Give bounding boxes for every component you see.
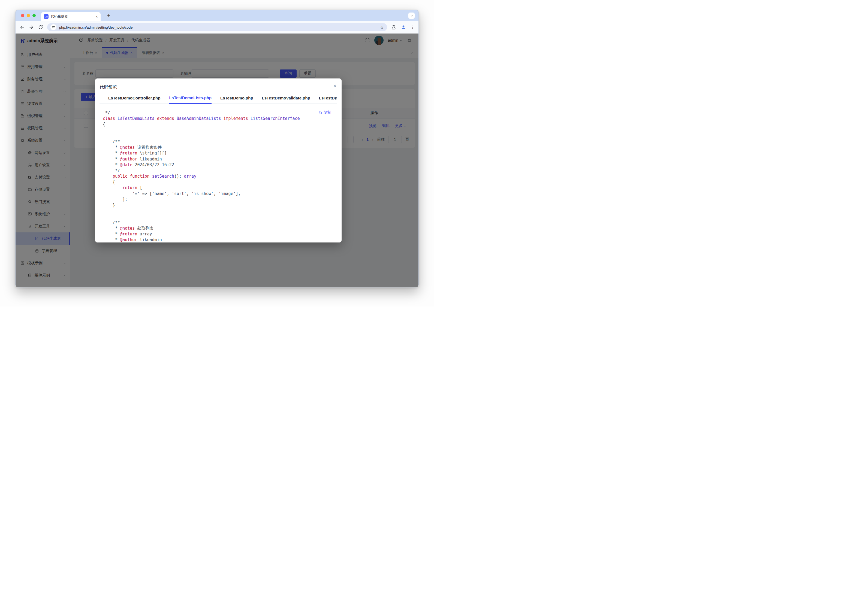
- copy-button[interactable]: 复制: [318, 110, 331, 115]
- code-segment: ],: [236, 191, 241, 196]
- code-segment: \string[][]: [137, 151, 167, 156]
- code-segment: @date: [120, 163, 132, 167]
- code-line: * @author likeadmin: [103, 156, 335, 162]
- code-line: ];: [103, 197, 335, 203]
- code-segment: 'is_show': [191, 191, 214, 196]
- code-line: */: [103, 168, 335, 173]
- browser-tabstrip: LA 代码生成器 × +: [16, 10, 418, 21]
- code-line: * @notes 获取列表: [103, 226, 335, 231]
- tab-close-icon[interactable]: ×: [96, 15, 98, 19]
- favicon: LA: [44, 14, 48, 19]
- code-preview-modal: 代码预览 ✕ LsTestDemoController.phpLsTestDem…: [95, 79, 342, 243]
- copy-icon: [318, 111, 322, 115]
- code-segment: }: [103, 203, 115, 207]
- code-segment: [174, 116, 177, 121]
- minimize-window-button[interactable]: [27, 14, 30, 17]
- code-segment: *: [103, 226, 120, 231]
- code-segment: *: [103, 163, 120, 167]
- code-segment: array: [137, 232, 152, 237]
- screenshot-stage: LA 代码生成器 × + php.li: [0, 0, 434, 306]
- file-tabbar: LsTestDemoController.phpLsTestDemoLists.…: [99, 95, 337, 104]
- code-line: [103, 133, 335, 139]
- code-line: * @return array: [103, 231, 335, 237]
- code-segment: LsTestDemoLists: [118, 116, 154, 121]
- window-controls: [21, 14, 36, 17]
- code-segment: return: [122, 185, 137, 190]
- back-icon[interactable]: [19, 25, 25, 30]
- code-segment: class: [103, 116, 115, 121]
- code-segment: ():: [174, 174, 184, 179]
- code-segment: *: [103, 151, 120, 156]
- tab-search-chevron-icon[interactable]: [408, 12, 415, 19]
- code-segment: @author: [120, 237, 137, 242]
- code-segment: 获取列表: [135, 226, 153, 231]
- code-segment: {: [103, 122, 105, 127]
- code-segment: [103, 191, 132, 196]
- code-line: class LsTestDemoLists extends BaseAdminD…: [103, 116, 335, 122]
- file-tab-4[interactable]: LsTestDemoValidate.php: [262, 96, 310, 104]
- file-tab-1[interactable]: LsTestDemoController.php: [108, 96, 160, 104]
- code-segment: ,: [214, 191, 219, 196]
- code-segment: @return: [120, 151, 137, 156]
- code-segment: /**: [103, 220, 120, 225]
- code-segment: @author: [120, 157, 137, 161]
- new-tab-button[interactable]: +: [107, 12, 110, 19]
- code-block[interactable]: */class LsTestDemoLists extends BaseAdmi…: [95, 106, 342, 243]
- url-text[interactable]: php.likeadmin.cn/admin/setting/dev_tools…: [59, 25, 377, 29]
- code-segment: */: [103, 110, 110, 115]
- code-line: }: [103, 203, 335, 208]
- code-segment: ListsSearchInterface: [251, 116, 300, 121]
- code-segment: BaseAdminDataLists: [177, 116, 221, 121]
- code-segment: [150, 174, 152, 179]
- extension-flask-icon[interactable]: [391, 25, 396, 30]
- code-line: * @date 2024/03/22 16:22: [103, 162, 335, 168]
- code-segment: [155, 116, 157, 121]
- code-line: [103, 214, 335, 220]
- code-segment: @return: [120, 232, 137, 237]
- code-segment: setSearch: [152, 174, 174, 179]
- code-segment: *: [103, 157, 120, 161]
- code-line: public function setSearch(): array: [103, 173, 335, 179]
- browser-menu-icon[interactable]: ⋮: [411, 25, 415, 30]
- browser-tab[interactable]: LA 代码生成器 ×: [41, 12, 101, 21]
- code-line: [103, 127, 335, 133]
- code-segment: implements: [223, 116, 248, 121]
- copy-label: 复制: [324, 110, 331, 115]
- code-segment: extends: [157, 116, 174, 121]
- file-tab-3[interactable]: LsTestDemo.php: [220, 96, 253, 104]
- app-viewport: K admin系统演示 用户列表应用管理财务管理装修管理渠道设置组织管理权限管理…: [16, 34, 418, 287]
- forward-icon[interactable]: [29, 25, 34, 30]
- code-segment: *: [103, 145, 120, 150]
- code-segment: [221, 116, 223, 121]
- code-line: '=' => ['name', 'sort', 'is_show', 'imag…: [103, 191, 335, 197]
- code-line: */: [103, 110, 335, 116]
- close-window-button[interactable]: [21, 14, 24, 17]
- file-tab-2[interactable]: LsTestDemoLists.php: [169, 95, 212, 104]
- code-segment: ];: [103, 197, 127, 202]
- browser-toolbar: php.likeadmin.cn/admin/setting/dev_tools…: [16, 21, 418, 34]
- code-segment: [: [137, 185, 142, 190]
- code-line: * @author likeadmin: [103, 237, 335, 243]
- file-tabs-scroll-right-icon[interactable]: [334, 97, 337, 100]
- toolbar-right: ⋮: [391, 25, 415, 30]
- modal-close-icon[interactable]: ✕: [333, 84, 337, 88]
- code-segment: ,: [167, 191, 172, 196]
- zoom-window-button[interactable]: [33, 14, 36, 17]
- code-line: /**: [103, 220, 335, 226]
- code-segment: [115, 116, 118, 121]
- code-line: [103, 208, 335, 214]
- bookmark-star-icon[interactable]: ☆: [380, 25, 384, 30]
- browser-window: LA 代码生成器 × + php.li: [15, 10, 419, 288]
- profile-icon[interactable]: [401, 25, 406, 30]
- modal-title: 代码预览: [99, 84, 117, 90]
- reload-icon[interactable]: [38, 25, 43, 30]
- site-settings-icon[interactable]: [50, 24, 56, 30]
- code-segment: => [: [140, 191, 152, 196]
- code-line: {: [103, 179, 335, 185]
- code-segment: [103, 185, 122, 190]
- code-segment: @notes: [120, 145, 135, 150]
- code-segment: 2024/03/22 16:22: [132, 163, 174, 167]
- code-line: return [: [103, 185, 335, 191]
- code-line: {: [103, 122, 335, 127]
- address-bar[interactable]: php.likeadmin.cn/admin/setting/dev_tools…: [47, 23, 387, 31]
